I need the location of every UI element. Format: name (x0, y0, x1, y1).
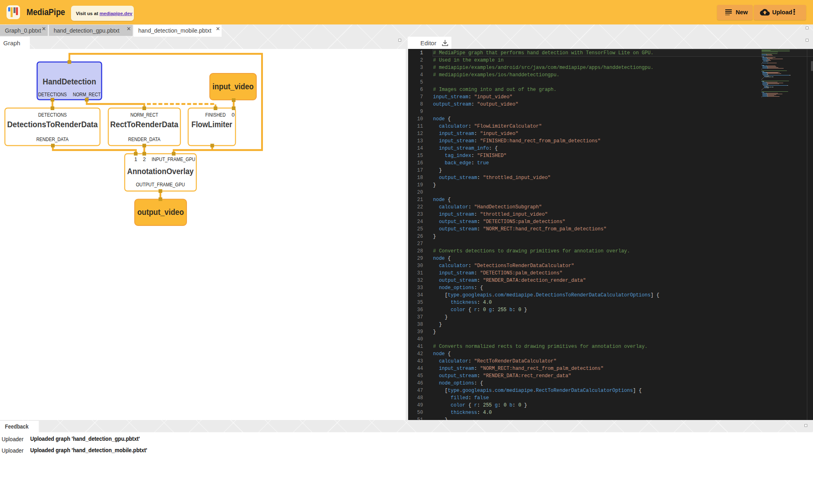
svg-text:HandDetection: HandDetection (43, 77, 96, 86)
svg-text:OUTPUT_FRAME_GPU: OUTPUT_FRAME_GPU (136, 181, 185, 188)
svg-text:DETECTIONS: DETECTIONS (38, 112, 67, 118)
svg-text:0: 0 (231, 112, 234, 118)
svg-text:input_video: input_video (213, 82, 254, 91)
svg-text:NORM_RECT: NORM_RECT (131, 112, 158, 118)
svg-text:output_video: output_video (138, 207, 184, 217)
svg-text:FlowLimiter: FlowLimiter (191, 119, 232, 129)
svg-text:RectToRenderData: RectToRenderData (110, 119, 178, 129)
svg-text:NORM_RECT: NORM_RECT (73, 91, 101, 97)
svg-text:1: 1 (134, 156, 137, 162)
svg-text:FINISHED: FINISHED (205, 112, 226, 118)
svg-text:DetectionsToRenderData: DetectionsToRenderData (7, 119, 98, 129)
svg-text:RENDER_DATA: RENDER_DATA (128, 136, 160, 142)
svg-text:AnnotationOverlay: AnnotationOverlay (127, 166, 194, 176)
svg-text:INPUT_FRAME_GPU: INPUT_FRAME_GPU (152, 156, 195, 162)
svg-text:2: 2 (143, 156, 146, 162)
svg-text:DETECTIONS: DETECTIONS (38, 91, 67, 97)
svg-text:RENDER_DATA: RENDER_DATA (36, 136, 69, 142)
